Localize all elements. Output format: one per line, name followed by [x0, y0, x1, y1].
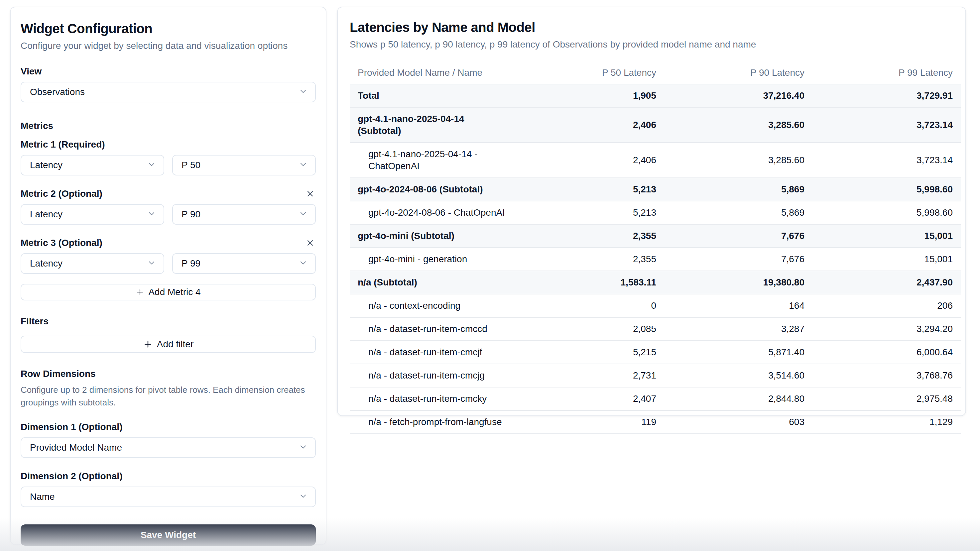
row-value: 7,676 — [664, 224, 813, 248]
row-value: 3,514.60 — [664, 364, 813, 387]
dimension1-select-value: Provided Model Name — [30, 442, 122, 453]
row-value: 5,998.60 — [813, 201, 961, 224]
page: Widget Configuration Configure your widg… — [0, 0, 980, 551]
metric2-measure-value: Latency — [30, 209, 62, 220]
preview-title: Latencies by Name and Model — [350, 19, 961, 35]
remove-metric2-button[interactable] — [304, 188, 316, 199]
column-header-p50: P 50 Latency — [516, 62, 664, 84]
metric3-measure-select[interactable]: Latency — [21, 253, 164, 274]
table-row: n/a - dataset-run-item-cmcjg2,7313,514.6… — [350, 364, 961, 387]
row-value: 2,355 — [516, 224, 664, 248]
metric3-aggregation-value: P 99 — [181, 258, 200, 269]
row-value: 2,406 — [516, 107, 664, 143]
chevron-down-icon — [299, 160, 308, 170]
metric2-aggregation-value: P 90 — [181, 209, 200, 220]
metric2-measure-select[interactable]: Latency — [21, 204, 164, 225]
chevron-down-icon — [299, 492, 308, 502]
row-value: 5,998.60 — [813, 178, 961, 201]
row-value: 603 — [664, 410, 813, 433]
chevron-down-icon — [299, 209, 308, 220]
row-value: 3,294.20 — [813, 318, 961, 341]
row-label: n/a - dataset-run-item-cmccd — [350, 318, 516, 341]
add-metric-button[interactable]: Add Metric 4 — [21, 284, 316, 300]
row-label: gpt-4o-2024-08-06 (Subtotal) — [350, 178, 516, 201]
row-value: 2,844.80 — [664, 387, 813, 410]
view-select[interactable]: Observations — [21, 82, 316, 102]
save-widget-button[interactable]: Save Widget — [21, 524, 316, 546]
table-row: gpt-4.1-nano-2025-04-14 (Subtotal)2,4063… — [350, 107, 961, 143]
row-value: 2,731 — [516, 364, 664, 387]
table-row: n/a (Subtotal)1,583.1119,380.802,437.90 — [350, 271, 961, 294]
chevron-down-icon — [147, 258, 156, 269]
table-row: gpt-4o-mini - generation2,3557,67615,001 — [350, 248, 961, 271]
table-row: Total1,90537,216.403,729.91 — [350, 84, 961, 107]
row-value: 2,437.90 — [813, 271, 961, 294]
chevron-down-icon — [299, 442, 308, 453]
row-value: 1,905 — [516, 84, 664, 107]
column-header-p90: P 90 Latency — [664, 62, 813, 84]
remove-metric3-button[interactable] — [304, 237, 316, 249]
row-value: 3,768.76 — [813, 364, 961, 387]
row-value: 3,723.14 — [813, 143, 961, 178]
row-value: 5,215 — [516, 341, 664, 364]
row-value: 3,287 — [664, 318, 813, 341]
row-dimensions-heading: Row Dimensions — [21, 368, 316, 380]
metric2-aggregation-select[interactable]: P 90 — [172, 204, 316, 225]
view-label: View — [21, 66, 316, 77]
metric3-measure-value: Latency — [30, 258, 62, 269]
row-value: 3,285.60 — [664, 107, 813, 143]
table-row: n/a - dataset-run-item-cmcjf5,2155,871.4… — [350, 341, 961, 364]
latencies-preview-panel: Latencies by Name and Model Shows p 50 l… — [337, 6, 966, 416]
preview-subtitle: Shows p 50 latency, p 90 latency, p 99 l… — [350, 38, 961, 51]
row-label: gpt-4.1-nano-2025-04-14 (Subtotal) — [350, 107, 516, 143]
table-row: gpt-4.1-nano-2025-04-14 - ChatOpenAI2,40… — [350, 143, 961, 178]
row-value: 5,213 — [516, 178, 664, 201]
row-value: 2,975.48 — [813, 387, 961, 410]
metric1-measure-value: Latency — [30, 160, 62, 170]
metric1-aggregation-select[interactable]: P 50 — [172, 155, 316, 175]
table-row: gpt-4o-2024-08-06 - ChatOpenAI5,2135,869… — [350, 201, 961, 224]
table-row: n/a - context-encoding0164206 — [350, 294, 961, 318]
row-value: 5,869 — [664, 201, 813, 224]
metric1-measure-select[interactable]: Latency — [21, 155, 164, 175]
panel-title: Widget Configuration — [21, 21, 316, 37]
metric2-label: Metric 2 (Optional) — [21, 188, 102, 199]
row-label: n/a - context-encoding — [350, 294, 516, 318]
dimension1-select[interactable]: Provided Model Name — [21, 437, 316, 458]
add-metric-label: Add Metric 4 — [148, 287, 200, 297]
row-value: 1,129 — [813, 410, 961, 433]
table-body: Total1,90537,216.403,729.91gpt-4.1-nano-… — [350, 84, 961, 433]
row-value: 3,723.14 — [813, 107, 961, 143]
table-row: n/a - dataset-run-item-cmcky2,4072,844.8… — [350, 387, 961, 410]
dimension2-select[interactable]: Name — [21, 486, 316, 507]
row-value: 2,407 — [516, 387, 664, 410]
row-label: n/a - fetch-prompt-from-langfuse — [350, 410, 516, 433]
row-value: 7,676 — [664, 248, 813, 271]
row-value: 2,355 — [516, 248, 664, 271]
table-row: n/a - fetch-prompt-from-langfuse1196031,… — [350, 410, 961, 433]
row-value: 2,406 — [516, 143, 664, 178]
panel-subtitle: Configure your widget by selecting data … — [21, 40, 316, 52]
widget-configuration-panel: Widget Configuration Configure your widg… — [10, 6, 326, 545]
row-value: 15,001 — [813, 248, 961, 271]
table-row: n/a - dataset-run-item-cmccd2,0853,2873,… — [350, 318, 961, 341]
metric1-aggregation-value: P 50 — [181, 160, 200, 170]
row-label: gpt-4o-mini - generation — [350, 248, 516, 271]
metric3-aggregation-select[interactable]: P 99 — [172, 253, 316, 274]
row-label: n/a - dataset-run-item-cmcjg — [350, 364, 516, 387]
view-select-value: Observations — [30, 87, 85, 97]
dimension2-select-value: Name — [30, 492, 55, 502]
plus-icon — [136, 288, 144, 297]
row-label: gpt-4o-mini (Subtotal) — [350, 224, 516, 248]
row-value: 1,583.11 — [516, 271, 664, 294]
add-filter-label: Add filter — [157, 339, 194, 349]
latency-pivot-table: Provided Model Name / Name P 50 Latency … — [350, 62, 961, 434]
column-header-name: Provided Model Name / Name — [350, 62, 516, 84]
add-filter-button[interactable]: Add filter — [21, 336, 316, 353]
table-row: gpt-4o-2024-08-06 (Subtotal)5,2135,8695,… — [350, 178, 961, 201]
dimension1-label: Dimension 1 (Optional) — [21, 421, 316, 433]
row-label: gpt-4.1-nano-2025-04-14 - ChatOpenAI — [350, 143, 516, 178]
chevron-down-icon — [147, 160, 156, 170]
row-value: 19,380.80 — [664, 271, 813, 294]
filters-heading: Filters — [21, 316, 316, 327]
